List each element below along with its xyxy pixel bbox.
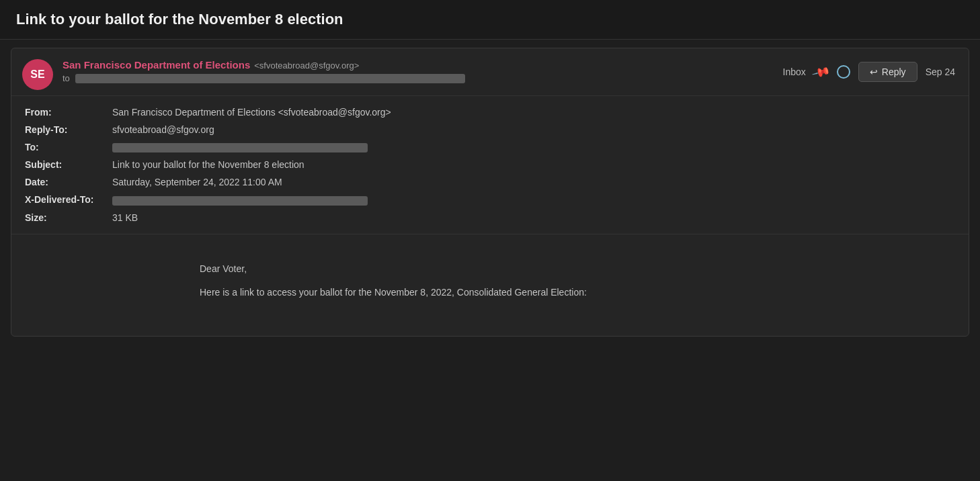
size-value: 31 KB	[112, 212, 955, 223]
avatar: SE	[22, 59, 53, 90]
x-delivered-label: X-Delivered-To:	[25, 194, 112, 205]
reply-button[interactable]: ↩ Reply	[858, 62, 917, 82]
date-label: Date:	[25, 177, 112, 187]
greeting: Dear Voter,	[200, 261, 915, 277]
sender-name: San Francisco Department of Elections	[63, 59, 250, 71]
email-body: Dear Voter, Here is a link to access you…	[11, 234, 969, 337]
x-delivered-redacted	[112, 196, 368, 206]
from-label: From:	[25, 107, 112, 118]
from-value: San Francisco Department of Elections <s…	[112, 107, 955, 118]
subject-label: Subject:	[25, 159, 112, 170]
to-field-redacted	[112, 143, 368, 152]
circle-icon[interactable]	[837, 65, 850, 79]
meta-table: From: San Francisco Department of Electi…	[25, 107, 955, 223]
sender-email-address: <sfvoteabroad@sfgov.org>	[254, 60, 359, 71]
sender-info: San Francisco Department of Elections <s…	[63, 59, 465, 83]
reply-arrow-icon: ↩	[870, 67, 878, 77]
email-subject-title: Link to your ballot for the November 8 e…	[16, 11, 964, 28]
to-field-label: To:	[25, 142, 112, 152]
reply-label: Reply	[882, 67, 906, 77]
reply-to-label: Reply-To:	[25, 124, 112, 135]
inbox-badge: Inbox	[783, 67, 806, 77]
x-delivered-value	[112, 194, 955, 205]
email-container: SE San Francisco Department of Elections…	[11, 48, 969, 337]
date-value: Saturday, September 24, 2022 11:00 AM	[112, 177, 955, 187]
subject-value: Link to your ballot for the November 8 e…	[112, 159, 955, 170]
pin-icon[interactable]: 📌	[811, 62, 831, 82]
to-line: to	[63, 73, 465, 83]
email-meta: From: San Francisco Department of Electi…	[11, 96, 969, 234]
header-right: Inbox 📌 ↩ Reply Sep 24	[783, 59, 955, 82]
to-field-value	[112, 142, 955, 152]
body-paragraph: Here is a link to access your ballot for…	[200, 285, 915, 301]
email-date: Sep 24	[926, 67, 955, 77]
reply-to-value: sfvoteabroad@sfgov.org	[112, 124, 955, 135]
sender-name-line: San Francisco Department of Elections <s…	[63, 59, 465, 71]
to-label: to	[63, 73, 70, 83]
sender-section: SE San Francisco Department of Elections…	[22, 59, 783, 90]
to-redacted	[75, 74, 465, 83]
email-header-top: SE San Francisco Department of Elections…	[11, 48, 969, 96]
email-title-bar: Link to your ballot for the November 8 e…	[0, 0, 980, 40]
size-label: Size:	[25, 212, 112, 223]
